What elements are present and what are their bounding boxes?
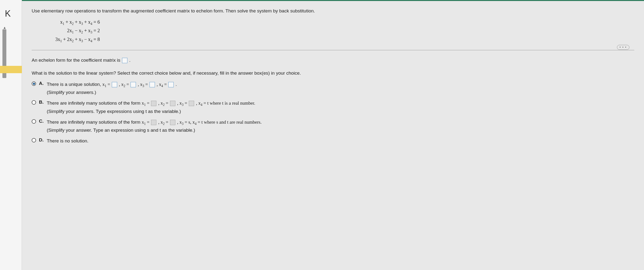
equation-3: 3x1 + 2x2 + x3 − x4 = 8 [46,35,100,44]
section-divider [32,50,634,50]
choice-b-letter: B. [39,100,44,105]
choice-list: A. There is a unique solution, x1 = , x2… [32,81,634,145]
choice-b-text: There are infinitely many solutions of t… [47,100,634,108]
choice-c-text: There are infinitely many solutions of t… [47,119,634,127]
echelon-prompt-suffix: . [129,58,130,63]
content-area: Use elementary row operations to transfo… [22,0,644,270]
choice-d-text: There is no solution. [47,137,634,145]
scroll-up-icon[interactable]: ▲ [3,26,6,30]
choice-a-x1-input[interactable] [112,82,117,87]
choice-a-x2-input[interactable] [130,82,136,87]
choice-a-text: There is a unique solution, x1 = , x2 = … [47,81,634,89]
choice-c: C. There are infinitely many solutions o… [32,119,634,133]
choice-a-hint: (Simplify your answers.) [47,90,634,95]
choice-a: A. There is a unique solution, x1 = , x2… [32,81,634,95]
back-arrow-icon[interactable]: K [5,9,11,19]
choice-b-x2-input[interactable] [170,101,175,106]
equation-system: x1 + x2 + x3 + x4 = 6 2x1 − x2 + x3 = 2 … [46,18,634,44]
radio-b[interactable] [32,100,36,105]
radio-c[interactable] [32,119,36,124]
echelon-prompt: An echelon form for the coefficient matr… [32,58,634,63]
choice-b-x3-input[interactable] [189,101,194,106]
radio-a[interactable] [32,82,36,86]
choice-a-x4-input[interactable] [168,82,174,87]
equation-1: x1 + x2 + x3 + x4 = 6 [46,18,100,27]
choice-c-x1-input[interactable] [151,120,156,125]
choice-b-hint: (Simplify your answers. Type expressions… [47,109,634,114]
equation-2: 2x1 − x2 + x3 = 2 [46,27,100,35]
radio-d[interactable] [32,138,36,142]
echelon-matrix-input[interactable] [122,58,128,63]
sidebar-highlight [0,66,22,73]
solution-prompt: What is the solution to the linear syste… [32,71,634,76]
question-instruction: Use elementary row operations to transfo… [32,8,634,14]
choice-a-letter: A. [39,81,44,86]
choice-c-x2-input[interactable] [170,120,175,125]
choice-c-hint: (Simplify your answer. Type an expressio… [47,128,634,133]
choice-c-letter: C. [39,119,44,124]
choice-d: D. There is no solution. [32,137,634,145]
echelon-prompt-prefix: An echelon form for the coefficient matr… [32,58,122,63]
choice-a-x3-input[interactable] [150,82,155,87]
choice-d-letter: D. [39,137,44,143]
more-options-button[interactable]: • • • [617,45,630,50]
left-sidebar: K ▲ [0,0,22,270]
choice-b: B. There are infinitely many solutions o… [32,100,634,114]
choice-b-x1-input[interactable] [151,101,156,106]
